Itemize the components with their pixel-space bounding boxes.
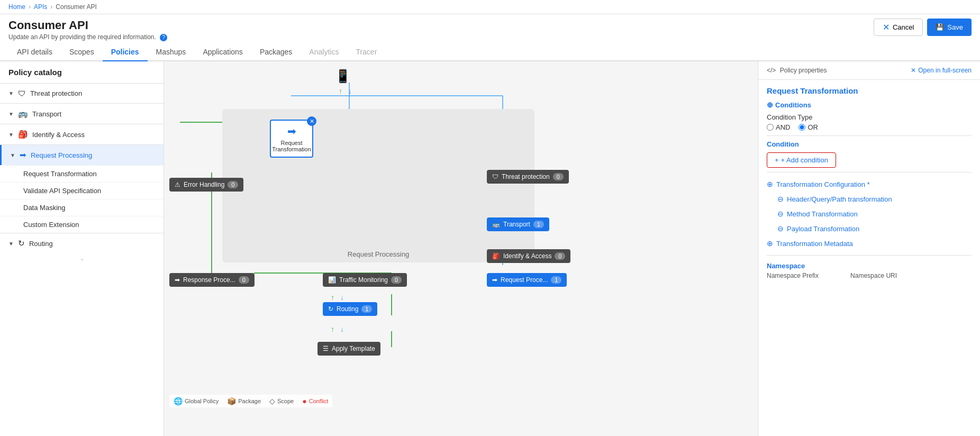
namespace-title: Namespace <box>767 262 972 270</box>
conditions-section[interactable]: ⊕ Conditions <box>767 101 972 109</box>
properties-header-label: </> Policy properties <box>767 67 827 74</box>
sidebar-item-request-processing[interactable]: ▼ ➡ Request Processing <box>0 145 164 165</box>
routing-node[interactable]: ↻ Routing 1 <box>323 302 377 316</box>
sidebar-item-identify-access[interactable]: ▼ 🎒 Identify & Access <box>0 124 164 144</box>
save-icon: 💾 <box>936 23 944 31</box>
transport-badge: 1 <box>533 221 544 228</box>
title-bar-left: Consumer API Update an API by providing … <box>8 19 167 41</box>
sidebar-subitem-req-transform[interactable]: Request Transformation <box>0 165 164 182</box>
global-policy-icon: 🌐 <box>174 397 183 405</box>
tab-policies[interactable]: Policies <box>103 43 148 61</box>
traffic-icon: 📊 <box>328 276 336 284</box>
response-process-node[interactable]: ➡ Response Proce... 0 <box>169 273 255 287</box>
open-fullscreen-button[interactable]: ✕ Open in full-screen <box>911 67 972 74</box>
transport-node[interactable]: 🚌 Transport 1 <box>487 217 549 231</box>
policy-canvas[interactable]: 📱 ↑ ↓ Request Processing ✕ ➡ RequestTran… <box>164 61 758 436</box>
request-processing-icon: ➡ <box>20 150 26 160</box>
sidebar-title: Policy catalog <box>0 61 164 83</box>
routing-icon: ↻ <box>18 239 25 248</box>
legend-scope: ◇ Scope <box>269 397 294 405</box>
arrow-up-routing2: ↑ <box>331 325 334 333</box>
tabs-bar: API details Scopes Policies Mashups Appl… <box>0 43 980 61</box>
error-handling-badge: 0 <box>228 181 238 188</box>
error-handling-node[interactable]: ⚠ Error Handling 0 <box>169 178 243 192</box>
radio-or-input[interactable] <box>798 124 805 131</box>
conflict-icon: ● <box>302 397 306 405</box>
sidebar-item-threat-protection[interactable]: ▼ 🛡 Threat protection <box>0 84 164 103</box>
add-icon: + <box>775 156 779 164</box>
transformation-metadata-item[interactable]: ⊕ Transformation Metadata <box>767 236 972 251</box>
tab-mashups[interactable]: Mashups <box>148 43 195 61</box>
threat-icon: 🛡 <box>18 89 26 98</box>
breadcrumb: Home › APIs › Consumer API <box>0 0 980 14</box>
chevron-icon: ▼ <box>8 241 14 247</box>
sidebar-item-routing[interactable]: ▼ ↻ Routing <box>0 233 164 253</box>
conditions-expand-icon: ⊕ <box>767 101 773 109</box>
apply-template-node[interactable]: ☰ Apply Template <box>317 342 380 356</box>
legend-global: 🌐 Global Policy <box>174 397 219 405</box>
condition-label: Condition <box>767 140 972 148</box>
arrow-down-phone: ↓ <box>348 87 352 95</box>
properties-panel-header: </> Policy properties ✕ Open in full-scr… <box>758 61 980 80</box>
package-icon: 📦 <box>227 397 236 405</box>
title-bar-actions: ✕ Cancel 💾 Save <box>874 19 972 36</box>
request-process-node[interactable]: ➡ Request Proce... 1 <box>487 273 567 287</box>
page-subtitle: Update an API by providing the required … <box>8 33 167 41</box>
arrow-down-routing2: ↓ <box>340 325 344 333</box>
sidebar-item-transport[interactable]: ▼ 🚌 Transport <box>0 104 164 124</box>
sidebar-subitem-custom-ext[interactable]: Custom Extension <box>0 216 164 233</box>
sidebar-section-threat-protection: ▼ 🛡 Threat protection <box>0 83 164 103</box>
save-button[interactable]: 💾 Save <box>927 19 972 36</box>
arrow-down-routing: ↓ <box>340 293 344 302</box>
sidebar-section-routing: ▼ ↻ Routing <box>0 233 164 253</box>
payload-expand-icon: ⊖ <box>777 224 784 233</box>
breadcrumb-home[interactable]: Home <box>8 3 25 11</box>
error-icon: ⚠ <box>175 181 180 188</box>
threat-protection-node[interactable]: 🛡 Threat protection 0 <box>487 170 569 184</box>
radio-and-input[interactable] <box>767 124 774 131</box>
routing-badge: 1 <box>361 305 372 313</box>
req-transform-canvas-node[interactable]: ✕ ➡ RequestTransformation <box>270 120 313 158</box>
properties-panel-content: Request Transformation ⊕ Conditions Cond… <box>758 80 980 286</box>
payload-transformation-item[interactable]: ⊖ Payload Transformation <box>767 221 972 236</box>
legend-conflict: ● Conflict <box>302 397 328 405</box>
traffic-monitoring-node[interactable]: 📊 Traffic Monitoring 0 <box>323 273 407 287</box>
properties-section-title: Request Transformation <box>767 86 972 95</box>
tab-packages[interactable]: Packages <box>251 43 301 61</box>
radio-and[interactable]: AND <box>767 123 790 131</box>
threat-node-icon: 🛡 <box>492 173 498 180</box>
req-transform-close-icon[interactable]: ✕ <box>307 116 316 126</box>
help-icon[interactable]: ? <box>160 34 167 41</box>
routing-node-icon: ↻ <box>328 305 333 313</box>
header-query-path-item[interactable]: ⊖ Header/Query/Path transformation <box>767 192 972 206</box>
scope-icon: ◇ <box>269 397 275 405</box>
cancel-button[interactable]: ✕ Cancel <box>874 19 923 36</box>
radio-or[interactable]: OR <box>798 123 818 131</box>
transform-expand-icon: ⊕ <box>767 180 773 188</box>
response-process-icon: ➡ <box>175 276 180 284</box>
req-transform-node-icon: ➡ <box>287 125 296 138</box>
tab-api-details[interactable]: API details <box>8 43 61 61</box>
sidebar-subitem-validate-api[interactable]: Validate API Specification <box>0 182 164 199</box>
transformation-config-section[interactable]: ⊕ Transformation Configuration * <box>767 177 972 192</box>
divider-2 <box>767 172 972 172</box>
tab-scopes[interactable]: Scopes <box>61 43 103 61</box>
divider-1 <box>767 135 972 136</box>
legend-package: 📦 Package <box>227 397 261 405</box>
transport-icon: 🚌 <box>18 109 28 119</box>
threat-badge: 0 <box>553 173 564 180</box>
page-title: Consumer API <box>8 19 167 32</box>
breadcrumb-apis[interactable]: APIs <box>34 3 47 11</box>
breadcrumb-current: Consumer API <box>56 3 96 11</box>
sidebar-section-transport: ▼ 🚌 Transport <box>0 103 164 124</box>
main-layout: Policy catalog ▼ 🛡 Threat protection ▼ 🚌… <box>0 61 980 436</box>
tab-applications[interactable]: Applications <box>194 43 251 61</box>
namespace-section: Namespace Namespace Prefix Namespace URI <box>767 262 972 279</box>
req-transform-node-label: RequestTransformation <box>272 140 311 152</box>
scroll-indicator: ⌄ <box>0 253 164 264</box>
sidebar-subitem-data-masking[interactable]: Data Masking <box>0 199 164 216</box>
phone-icon: 📱 <box>335 69 351 84</box>
add-condition-button[interactable]: + + Add condition <box>767 152 836 168</box>
identify-access-node[interactable]: 🎒 Identify & Access 0 <box>487 249 570 263</box>
method-transformation-item[interactable]: ⊖ Method Transformation <box>767 206 972 221</box>
